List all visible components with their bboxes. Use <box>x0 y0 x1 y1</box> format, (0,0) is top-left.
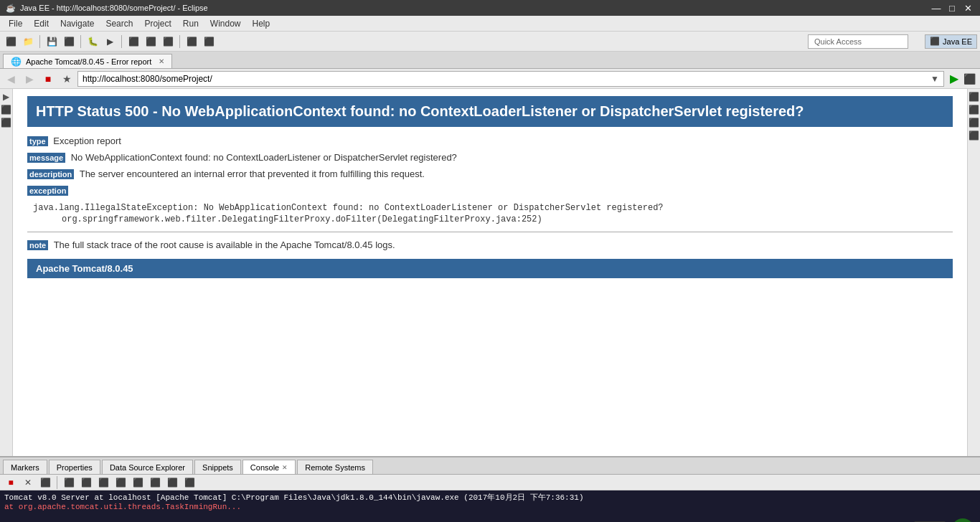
cpu-badge: 68% <box>951 518 974 523</box>
tab-console-label: Console <box>250 463 279 472</box>
exception-line1: java.lang.IllegalStateException: No WebA… <box>33 203 953 213</box>
sidebar-left-icon-2[interactable]: ⬛ <box>1 105 11 115</box>
console-btn7[interactable]: ⬛ <box>113 475 128 490</box>
left-sidebar: ▶ ⬛ ⬛ <box>0 89 13 456</box>
tab-properties[interactable]: Properties <box>49 460 100 474</box>
console-sep <box>57 476 57 489</box>
exception-line2: org.springframework.web.filter.Delegatin… <box>62 214 953 224</box>
tab-console-close-icon[interactable]: ✕ <box>282 464 288 471</box>
error-exception-line: exception <box>27 185 953 196</box>
sidebar-right-icon-3[interactable]: ⬛ <box>969 118 979 128</box>
toolbar-new[interactable]: ⬛ <box>3 34 19 49</box>
menu-bar: File Edit Navigate Search Project Run Wi… <box>0 16 980 32</box>
error-description-line: description The server encountered an in… <box>27 169 953 179</box>
error-note-line: note The full stack trace of the root ca… <box>27 239 953 250</box>
back-button[interactable]: ◀ <box>3 71 19 87</box>
console-btn8[interactable]: ⬛ <box>130 475 146 490</box>
maximize-button[interactable]: □ <box>946 3 958 14</box>
menu-window[interactable]: Window <box>204 17 247 30</box>
tab-markers[interactable]: Markers <box>3 460 47 474</box>
status-right: 0k/s 0.1k/s 68% <box>914 518 974 523</box>
menu-edit[interactable]: Edit <box>28 17 55 30</box>
toolbar-sep-3 <box>121 35 122 48</box>
url-dropdown-icon[interactable]: ▼ <box>930 74 939 84</box>
message-label: message <box>27 153 65 163</box>
toolbar-btn-extra3[interactable]: ⬛ <box>160 34 176 49</box>
menu-navigate[interactable]: Navigate <box>55 17 100 30</box>
stop-button[interactable]: ■ <box>40 71 56 87</box>
error-message-line: message No WebApplicationContext found: … <box>27 152 953 163</box>
url-input[interactable] <box>83 74 930 84</box>
toolbar-btn-extra5[interactable]: ⬛ <box>201 34 217 49</box>
console-btn4[interactable]: ⬛ <box>61 475 77 490</box>
minimize-button[interactable]: — <box>930 3 943 14</box>
menu-help[interactable]: Help <box>247 17 276 30</box>
tab-markers-label: Markers <box>11 463 39 472</box>
perspective-label: Java EE <box>943 37 972 46</box>
tab-snippets-label: Snippets <box>202 463 233 472</box>
main-toolbar: ⬛ 📁 💾 ⬛ 🐛 ▶ ⬛ ⬛ ⬛ ⬛ ⬛ Quick Access ⬛ Jav… <box>0 32 980 52</box>
tab-close-icon[interactable]: ✕ <box>159 57 164 65</box>
console-line-1: Tomcat v8.0 Server at localhost [Apache … <box>4 492 976 503</box>
tab-remote-label: Remote Systems <box>305 463 365 472</box>
toolbar-btn-extra1[interactable]: ⬛ <box>126 34 141 49</box>
toolbar-sep-1 <box>39 35 40 48</box>
bookmark-button[interactable]: ★ <box>59 71 75 87</box>
console-btn3[interactable]: ⬛ <box>37 475 53 490</box>
console-stop-btn[interactable]: ■ <box>3 475 19 490</box>
nav-bar: ◀ ▶ ■ ★ ▼ ▶ ⬛ <box>0 69 980 89</box>
toolbar-sep-2 <box>80 35 81 48</box>
console-btn10[interactable]: ⬛ <box>164 475 180 490</box>
note-label: note <box>27 240 48 250</box>
console-btn5[interactable]: ⬛ <box>78 475 94 490</box>
browser-content: HTTP Status 500 - No WebApplicationConte… <box>13 89 967 456</box>
sidebar-right-icon-1[interactable]: ⬛ <box>969 92 979 102</box>
sidebar-right-icon-2[interactable]: ⬛ <box>969 105 979 115</box>
nav-extra-button[interactable]: ⬛ <box>961 71 977 87</box>
go-button[interactable]: ▶ <box>950 72 958 85</box>
console-btn2[interactable]: ✕ <box>20 475 36 490</box>
title-bar: ☕ Java EE - http://localhost:8080/somePr… <box>0 0 980 16</box>
quick-access-box[interactable]: Quick Access <box>808 34 908 49</box>
menu-search[interactable]: Search <box>100 17 138 30</box>
toolbar-sep-4 <box>179 35 180 48</box>
quick-access-label: Quick Access <box>814 37 862 46</box>
toolbar-debug[interactable]: 🐛 <box>85 34 100 49</box>
perspective-button[interactable]: ⬛ Java EE <box>925 34 977 49</box>
tab-console[interactable]: Console ✕ <box>242 460 296 474</box>
console-btn11[interactable]: ⬛ <box>182 475 197 490</box>
sidebar-left-icon-1[interactable]: ▶ <box>3 92 9 102</box>
menu-project[interactable]: Project <box>138 17 176 30</box>
menu-file[interactable]: File <box>3 17 28 30</box>
exception-block: java.lang.IllegalStateException: No WebA… <box>33 203 953 224</box>
exception-label: exception <box>27 186 68 196</box>
tab-snippets[interactable]: Snippets <box>194 460 241 474</box>
browser-tab-active[interactable]: 🌐 Apache Tomcat/8.0.45 - Error report ✕ <box>3 54 172 68</box>
toolbar-save-all[interactable]: ⬛ <box>61 34 77 49</box>
toolbar-run[interactable]: ▶ <box>102 34 118 49</box>
tab-properties-label: Properties <box>57 463 93 472</box>
title-bar-controls: — □ ✕ <box>930 3 974 14</box>
console-btn9[interactable]: ⬛ <box>147 475 163 490</box>
toolbar-open[interactable]: 📁 <box>20 34 36 49</box>
tab-tomcat-icon: 🌐 <box>11 57 22 67</box>
menu-run[interactable]: Run <box>177 17 204 30</box>
message-value: No WebApplicationContext found: no Conte… <box>71 152 457 163</box>
bottom-tab-bar: Markers Properties Data Source Explorer … <box>0 457 980 475</box>
toolbar-save[interactable]: 💾 <box>44 34 60 49</box>
url-bar[interactable]: ▼ <box>77 71 944 87</box>
forward-button[interactable]: ▶ <box>22 71 37 87</box>
tab-datasource[interactable]: Data Source Explorer <box>102 460 193 474</box>
toolbar-btn-extra4[interactable]: ⬛ <box>184 34 199 49</box>
console-content: Tomcat v8.0 Server at localhost [Apache … <box>0 490 980 522</box>
sidebar-right-icon-4[interactable]: ⬛ <box>969 130 979 141</box>
tab-remote-systems[interactable]: Remote Systems <box>297 460 373 474</box>
browser-tab-label: Apache Tomcat/8.0.45 - Error report <box>26 57 151 66</box>
hr-divider <box>27 232 953 232</box>
sidebar-left-icon-3[interactable]: ⬛ <box>1 118 11 128</box>
console-btn6[interactable]: ⬛ <box>95 475 111 490</box>
toolbar-btn-extra2[interactable]: ⬛ <box>143 34 159 49</box>
bottom-panel: Markers Properties Data Source Explorer … <box>0 456 980 522</box>
error-footer: Apache Tomcat/8.0.45 <box>27 259 953 278</box>
close-button[interactable]: ✕ <box>961 3 974 14</box>
